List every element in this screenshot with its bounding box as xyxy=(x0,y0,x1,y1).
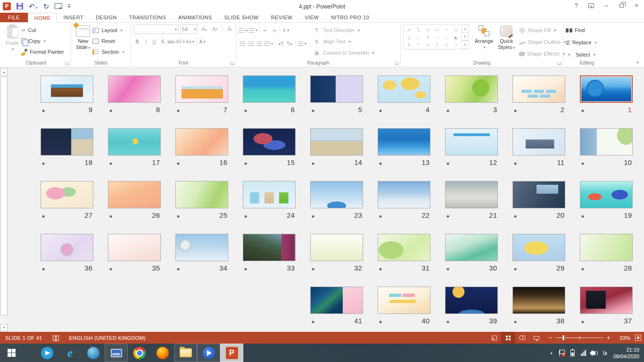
section-button[interactable]: Section▾ xyxy=(92,47,124,57)
scrollbar-thumb[interactable] xyxy=(0,77,8,315)
transition-star-icon[interactable]: ★ xyxy=(446,267,450,272)
tab-slide-show[interactable]: SLIDE SHOW xyxy=(218,13,265,22)
transition-star-icon[interactable]: ★ xyxy=(581,320,585,324)
taskbar-internet-explorer[interactable]: e xyxy=(58,344,82,362)
font-size-combo[interactable]: 54▾ xyxy=(180,25,198,34)
slide-thumbnail-40[interactable] xyxy=(378,287,430,314)
right-brace-shape-icon[interactable]: } xyxy=(442,41,451,48)
slide-thumbnail-31[interactable] xyxy=(378,234,430,261)
slide-sorter-view-button[interactable] xyxy=(501,332,515,344)
slide-thumbnail-13[interactable] xyxy=(378,128,430,156)
transition-star-icon[interactable]: ★ xyxy=(513,214,517,219)
oval-shape-icon[interactable]: ○ xyxy=(442,26,451,33)
slide-thumbnail-27[interactable] xyxy=(41,181,93,208)
slide-thumbnail-18[interactable] xyxy=(41,128,93,156)
slide-thumbnail-12[interactable] xyxy=(445,128,498,156)
transition-star-icon[interactable]: ★ xyxy=(446,108,450,113)
reset-button[interactable]: Reset xyxy=(92,36,124,46)
font-name-combo[interactable]: ▾ xyxy=(133,25,179,34)
normal-view-button[interactable] xyxy=(487,332,501,344)
bullets-button[interactable]: ▾ xyxy=(239,26,248,34)
grow-font-button[interactable]: A▴ xyxy=(199,25,209,34)
tab-nitro-pro[interactable]: NITRO PRO 10 xyxy=(325,13,375,22)
slide-thumbnail-4[interactable] xyxy=(378,75,430,103)
slide-thumbnail-21[interactable] xyxy=(445,181,498,208)
ribbon-display-options-icon[interactable]: ▴ xyxy=(584,0,599,11)
transition-star-icon[interactable]: ★ xyxy=(244,214,248,219)
arrange-button[interactable]: Arrange▾ xyxy=(472,25,495,51)
transition-star-icon[interactable]: ★ xyxy=(311,214,315,219)
transition-star-icon[interactable]: ★ xyxy=(379,108,382,113)
vertical-scrollbar[interactable]: ▴ ▾ xyxy=(0,68,8,332)
zoom-slider-thumb[interactable] xyxy=(562,335,565,341)
slide-thumbnail-41[interactable] xyxy=(310,287,363,314)
align-left-button[interactable] xyxy=(239,40,246,47)
slide-thumbnail-15[interactable] xyxy=(243,128,296,156)
transition-star-icon[interactable]: ★ xyxy=(581,161,585,166)
reading-view-button[interactable] xyxy=(515,332,529,344)
tab-animations[interactable]: ANIMATIONS xyxy=(172,13,218,22)
zoom-level[interactable]: 33% xyxy=(614,335,630,341)
transition-star-icon[interactable]: ★ xyxy=(244,161,248,166)
clear-formatting-button[interactable]: A xyxy=(225,25,234,34)
transition-star-icon[interactable]: ★ xyxy=(109,161,113,166)
right-arrow-shape-icon[interactable]: → xyxy=(433,33,442,41)
shape-gallery-scrollbar[interactable]: ▴ ▾ ▾ xyxy=(462,25,469,49)
quick-styles-button[interactable]: Quick Styles▾ xyxy=(495,25,517,52)
slide-thumbnail-6[interactable] xyxy=(243,75,296,103)
slide-thumbnail-9[interactable] xyxy=(41,75,93,103)
slide-thumbnail-36[interactable] xyxy=(41,234,93,261)
zoom-slider[interactable] xyxy=(556,337,603,338)
numbering-button[interactable]: ▾ xyxy=(248,26,257,34)
down-arrow-shape-icon[interactable]: ↓ xyxy=(442,33,451,41)
transition-star-icon[interactable]: ★ xyxy=(176,161,180,166)
layout-button[interactable]: Layout▾ xyxy=(92,25,124,35)
taskbar-firefox[interactable] xyxy=(151,344,174,362)
transition-star-icon[interactable]: ★ xyxy=(513,161,517,166)
tab-design[interactable]: DESIGN xyxy=(90,13,123,22)
transition-star-icon[interactable]: ★ xyxy=(41,161,45,166)
restore-icon[interactable] xyxy=(614,0,629,11)
slide-thumbnail-16[interactable] xyxy=(175,128,228,156)
slide-thumbnail-38[interactable] xyxy=(512,287,565,314)
collapse-ribbon-icon[interactable]: ∧ xyxy=(636,60,639,65)
transition-star-icon[interactable]: ★ xyxy=(109,214,113,219)
clock[interactable]: 21:10 08/04/2020 xyxy=(613,346,639,360)
transition-star-icon[interactable]: ★ xyxy=(513,320,517,324)
bold-button[interactable]: B xyxy=(133,38,141,45)
tab-file[interactable]: FILE xyxy=(0,13,28,22)
slide-thumbnail-35[interactable] xyxy=(108,234,161,261)
transition-star-icon[interactable]: ★ xyxy=(379,267,382,272)
slide-thumbnail-1[interactable] xyxy=(580,75,633,103)
transition-star-icon[interactable]: ★ xyxy=(581,214,585,219)
italic-button[interactable]: I xyxy=(142,38,149,45)
tab-home[interactable]: HOME xyxy=(28,13,58,23)
columns-button[interactable]: ▾ xyxy=(297,40,306,47)
slide-thumbnail-19[interactable] xyxy=(580,181,633,208)
spell-check-icon[interactable] xyxy=(53,336,59,340)
find-button[interactable]: Find xyxy=(566,25,596,35)
volume-icon[interactable] xyxy=(592,351,595,355)
character-spacing-button[interactable]: AV▾ xyxy=(176,38,185,45)
zoom-in-button[interactable]: + xyxy=(607,334,611,341)
slide-thumbnail-33[interactable] xyxy=(243,234,296,261)
scribble-shape-icon[interactable]: ξ xyxy=(405,41,413,48)
elbow-shape-icon[interactable]: ∟ xyxy=(414,33,423,41)
taskbar-chrome[interactable] xyxy=(128,344,151,362)
slide-thumbnail-32[interactable] xyxy=(310,234,363,261)
transition-star-icon[interactable]: ★ xyxy=(244,108,248,113)
transition-star-icon[interactable]: ★ xyxy=(446,320,450,324)
slide-thumbnail-17[interactable] xyxy=(108,128,161,156)
fit-slide-to-window-icon[interactable] xyxy=(635,335,641,341)
format-painter-button[interactable]: Format Painter xyxy=(21,47,64,57)
slide-show-button[interactable] xyxy=(529,332,544,344)
slide-thumbnail-30[interactable] xyxy=(445,234,498,261)
copy-button[interactable]: Copy▾ xyxy=(21,36,64,46)
align-text-button[interactable]: ⇅Align Text▾ xyxy=(313,37,374,46)
slide-thumbnail-2[interactable] xyxy=(512,75,565,103)
action-center-flag-icon[interactable]: × xyxy=(559,350,564,356)
transition-star-icon[interactable]: ★ xyxy=(176,267,180,272)
slide-thumbnail-11[interactable] xyxy=(512,128,565,156)
slide-thumbnail-3[interactable] xyxy=(445,75,498,103)
curve-shape-icon[interactable]: ∿ xyxy=(423,41,432,48)
